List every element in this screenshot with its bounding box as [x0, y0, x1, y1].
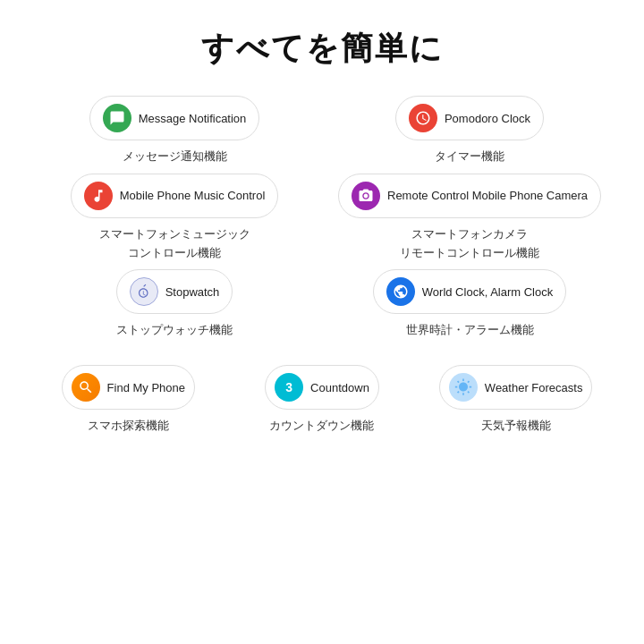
pill-music-control[interactable]: Mobile Phone Music Control — [71, 174, 279, 218]
feature-pomodoro-clock: Pomodoro Clock タイマー機能 — [331, 96, 608, 166]
pill-pomodoro-clock[interactable]: Pomodoro Clock — [395, 96, 544, 140]
music-control-label: Mobile Phone Music Control — [120, 189, 266, 202]
feature-countdown: 3 Countdown カウントダウン機能 — [230, 365, 415, 436]
message-notification-jp: メッセージ通知機能 — [123, 148, 227, 166]
message-icon — [103, 104, 131, 132]
camera-control-jp: スマートフォンカメラリモートコントロール機能 — [400, 225, 539, 263]
pill-camera-control[interactable]: Remote Control Mobile Phone Camera — [338, 174, 601, 218]
pill-world-clock[interactable]: World Clock, Alarm Clock — [373, 269, 566, 314]
feature-world-clock: World Clock, Alarm Clock 世界時計・アラーム機能 — [331, 269, 608, 340]
feature-weather: Weather Forecasts 天気予報機能 — [423, 365, 608, 436]
pill-message-notification[interactable]: Message Notification — [89, 96, 260, 140]
pill-weather[interactable]: Weather Forecasts — [439, 365, 593, 410]
find-phone-icon — [72, 373, 100, 402]
pomodoro-clock-jp: タイマー機能 — [435, 148, 504, 166]
countdown-jp: カウントダウン機能 — [269, 417, 374, 436]
stopwatch-label: Stopwatch — [165, 285, 220, 299]
world-clock-jp: 世界時計・アラーム機能 — [406, 321, 534, 340]
camera-icon — [352, 182, 380, 210]
find-my-phone-jp: スマホ探索機能 — [88, 417, 169, 436]
feature-stopwatch: Stopwatch ストップウォッチ機能 — [36, 269, 313, 340]
world-clock-label: World Clock, Alarm Clock — [422, 285, 553, 299]
stopwatch-jp: ストップウォッチ機能 — [116, 321, 233, 340]
pomodoro-clock-label: Pomodoro Clock — [445, 112, 530, 125]
pill-find-my-phone[interactable]: Find My Phone — [62, 365, 195, 410]
message-notification-label: Message Notification — [139, 112, 247, 125]
countdown-label: Countdown — [310, 381, 369, 394]
pill-stopwatch[interactable]: Stopwatch — [116, 269, 233, 314]
feature-music-control: Mobile Phone Music Control スマートフォンミュージック… — [36, 174, 313, 263]
weather-jp: 天気予報機能 — [481, 417, 551, 436]
find-my-phone-label: Find My Phone — [107, 381, 185, 394]
pill-countdown[interactable]: 3 Countdown — [265, 365, 379, 410]
camera-control-label: Remote Control Mobile Phone Camera — [387, 189, 588, 202]
stopwatch-icon — [130, 277, 158, 306]
feature-find-my-phone: Find My Phone スマホ探索機能 — [36, 365, 221, 436]
world-clock-icon — [386, 277, 415, 306]
feature-camera-control: Remote Control Mobile Phone Camera スマートフ… — [331, 174, 608, 263]
page-title: すべてを簡単に — [201, 27, 444, 71]
music-control-jp: スマートフォンミュージックコントロール機能 — [99, 225, 250, 263]
music-icon — [84, 182, 113, 210]
feature-message-notification: Message Notification メッセージ通知機能 — [36, 96, 313, 166]
countdown-icon: 3 — [275, 373, 303, 402]
weather-icon — [449, 373, 478, 402]
weather-label: Weather Forecasts — [485, 381, 583, 394]
pomodoro-icon — [409, 104, 437, 132]
